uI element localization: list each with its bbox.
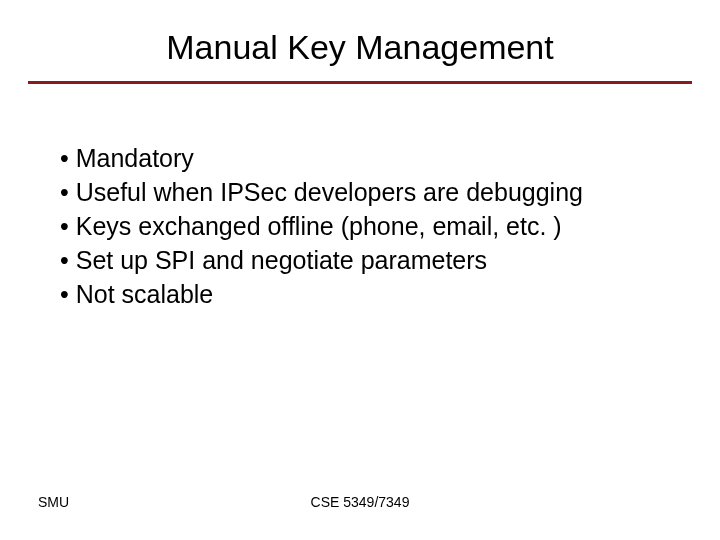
list-item: Mandatory xyxy=(60,142,670,174)
list-item: Set up SPI and negotiate parameters xyxy=(60,244,670,276)
title-underline xyxy=(28,81,692,84)
bullet-list: Mandatory Useful when IPSec developers a… xyxy=(60,142,670,310)
footer-left: SMU xyxy=(38,494,69,510)
slide: Manual Key Management Mandatory Useful w… xyxy=(0,0,720,540)
slide-title: Manual Key Management xyxy=(0,0,720,77)
list-item: Useful when IPSec developers are debuggi… xyxy=(60,176,670,208)
footer-center: CSE 5349/7349 xyxy=(311,494,410,510)
list-item: Keys exchanged offline (phone, email, et… xyxy=(60,210,670,242)
list-item: Not scalable xyxy=(60,278,670,310)
